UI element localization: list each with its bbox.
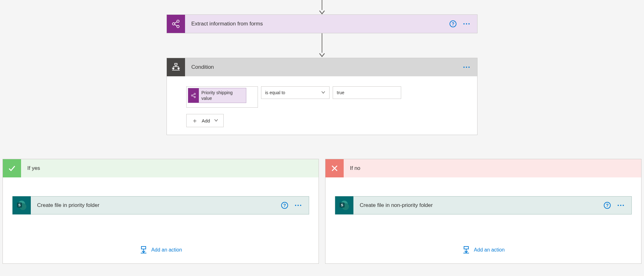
branch-if-yes: If yes S Create file in priority folder … — [3, 159, 319, 264]
step-title: Condition — [185, 64, 462, 70]
condition-icon — [167, 58, 185, 76]
svg-rect-5 — [175, 63, 177, 65]
svg-point-13 — [194, 96, 196, 98]
flow-canvas: Extract information from forms ? Conditi… — [0, 0, 644, 276]
step-title: Create file in non-priority folder — [353, 202, 604, 208]
svg-point-1 — [177, 20, 179, 23]
more-menu-icon[interactable] — [616, 203, 625, 207]
sharepoint-icon: S — [335, 196, 353, 214]
token-label: Priority shipping value — [199, 88, 246, 103]
branch-title: If yes — [21, 165, 40, 171]
connector-arrow — [319, 0, 325, 14]
share-nodes-icon — [188, 88, 199, 103]
help-icon[interactable]: ? — [604, 202, 611, 209]
add-label: Add — [202, 118, 210, 123]
checkmark-icon — [3, 159, 21, 177]
step-title: Create file in priority folder — [31, 202, 281, 208]
condition-right-value[interactable]: true — [333, 86, 401, 99]
help-icon[interactable]: ? — [281, 202, 288, 209]
step-title: Extract information from forms — [185, 21, 450, 27]
branch-if-no: If no S Create file in non-priority fold… — [325, 159, 641, 264]
add-condition-button[interactable]: ＋ Add — [186, 114, 224, 127]
add-action-icon — [139, 246, 148, 254]
close-icon — [325, 159, 344, 177]
condition-branches: If yes S Create file in priority folder … — [3, 159, 641, 264]
plus-icon: ＋ — [192, 117, 198, 124]
add-action-button[interactable]: Add an action — [139, 246, 182, 254]
svg-point-0 — [172, 23, 175, 25]
share-nodes-icon — [167, 15, 185, 33]
help-icon[interactable]: ? — [450, 20, 456, 27]
more-menu-icon[interactable] — [294, 203, 303, 207]
svg-line-3 — [175, 22, 177, 23]
sharepoint-icon: S — [13, 196, 31, 214]
condition-operator-select[interactable]: is equal to — [261, 86, 330, 99]
chevron-down-icon — [321, 90, 325, 95]
step-create-file-priority[interactable]: S Create file in priority folder ? — [12, 196, 309, 214]
condition-left-operand[interactable]: Priority shipping value — [186, 86, 258, 108]
connector-arrow — [319, 33, 325, 57]
operator-value: is equal to — [265, 90, 321, 95]
dynamic-content-token[interactable]: Priority shipping value — [188, 88, 246, 103]
add-action-label: Add an action — [474, 247, 505, 253]
svg-line-14 — [193, 94, 194, 95]
svg-line-4 — [175, 24, 177, 26]
more-menu-icon[interactable] — [462, 65, 471, 69]
value-text: true — [337, 90, 344, 95]
add-action-button[interactable]: Add an action — [462, 246, 505, 254]
svg-point-12 — [194, 93, 196, 95]
svg-point-11 — [191, 95, 193, 96]
svg-point-2 — [177, 25, 179, 28]
add-action-label: Add an action — [151, 247, 182, 253]
add-action-icon — [462, 246, 470, 254]
chevron-down-icon — [214, 118, 218, 123]
step-extract-information[interactable]: Extract information from forms ? — [166, 14, 478, 33]
branch-title: If no — [344, 165, 360, 171]
step-condition[interactable]: Condition Priority shipping value is equ… — [166, 58, 478, 135]
svg-rect-16 — [141, 246, 146, 249]
more-menu-icon[interactable] — [462, 22, 471, 26]
svg-rect-19 — [464, 246, 468, 249]
condition-body: Priority shipping value is equal to true… — [167, 76, 477, 135]
svg-line-15 — [193, 96, 194, 97]
step-create-file-non-priority[interactable]: S Create file in non-priority folder ? — [335, 196, 632, 214]
